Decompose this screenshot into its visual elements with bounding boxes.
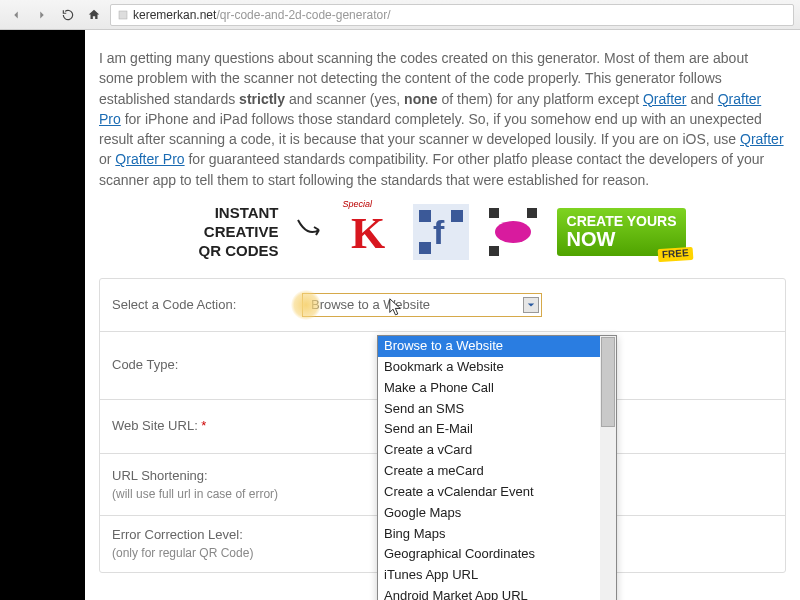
select-value: Browse to a Website (311, 296, 430, 315)
left-sidebar (0, 30, 85, 600)
label-code-type: Code Type: (112, 356, 292, 375)
chevron-down-icon[interactable] (523, 297, 539, 313)
dropdown-list: Browse to a WebsiteBookmark a WebsiteMak… (378, 336, 616, 600)
address-bar[interactable]: keremerkan.net/qr-code-and-2d-code-gener… (110, 4, 794, 26)
qrafter-link[interactable]: Qrafter (643, 91, 687, 107)
sample-qr-kiss (485, 204, 541, 260)
forward-button[interactable] (32, 5, 52, 25)
dropdown-scrollbar[interactable] (600, 336, 616, 600)
dropdown-option[interactable]: Send an E-Mail (378, 419, 600, 440)
svg-rect-4 (451, 210, 463, 222)
dropdown-option[interactable]: Browse to a Website (378, 336, 600, 357)
dropdown-option[interactable]: Bookmark a Website (378, 357, 600, 378)
label-code-action: Select a Code Action: (112, 296, 292, 315)
svg-text:K: K (351, 209, 385, 258)
svg-rect-0 (119, 11, 127, 19)
label-shortening: URL Shortening: (will use full url in ca… (112, 467, 292, 503)
row-code-action: Select a Code Action: Browse to a Websit… (100, 279, 785, 332)
dropdown-option[interactable]: Android Market App URL (378, 586, 600, 600)
home-button[interactable] (84, 5, 104, 25)
sample-qr-fb: f (413, 204, 469, 260)
dropdown-option[interactable]: Bing Maps (378, 524, 600, 545)
page-body: I am getting many questions about scanni… (0, 30, 800, 600)
scrollbar-thumb[interactable] (601, 337, 615, 427)
dropdown-option[interactable]: Create a vCard (378, 440, 600, 461)
qrafter-link-2[interactable]: Qrafter (740, 131, 784, 147)
svg-point-11 (495, 221, 531, 243)
svg-text:f: f (433, 213, 445, 251)
svg-rect-5 (419, 242, 431, 254)
svg-rect-8 (489, 208, 499, 218)
browser-toolbar: keremerkan.net/qr-code-and-2d-code-gener… (0, 0, 800, 30)
dropdown-option[interactable]: Geographical Coordinates (378, 544, 600, 565)
label-error-correction: Error Correction Level: (only for regula… (112, 526, 292, 562)
dropdown-option[interactable]: Make a Phone Call (378, 378, 600, 399)
url-path: /qr-code-and-2d-code-generator/ (216, 8, 390, 22)
svg-rect-9 (527, 208, 537, 218)
dropdown-option[interactable]: Create a vCalendar Event (378, 482, 600, 503)
dropdown-option[interactable]: Google Maps (378, 503, 600, 524)
url-host: keremerkan.net (133, 8, 216, 22)
sample-qr-k: Special K (341, 204, 397, 260)
create-now-button[interactable]: CREATE YOURS NOW FREE (557, 208, 687, 256)
dropdown-option[interactable]: Send an SMS (378, 399, 600, 420)
promo-banner: INSTANT CREATIVE QR CODES Special K f CR… (99, 204, 786, 260)
svg-rect-3 (419, 210, 431, 222)
intro-paragraph: I am getting many questions about scanni… (99, 48, 786, 190)
dropdown-option[interactable]: Create a meCard (378, 461, 600, 482)
reload-button[interactable] (58, 5, 78, 25)
svg-rect-10 (489, 246, 499, 256)
back-button[interactable] (6, 5, 26, 25)
banner-slogan: INSTANT CREATIVE QR CODES (199, 204, 279, 260)
main-content: I am getting many questions about scanni… (85, 30, 800, 600)
code-action-select[interactable]: Browse to a Website (302, 293, 542, 317)
label-url: Web Site URL: * (112, 417, 292, 436)
qrafter-pro-link-2[interactable]: Qrafter Pro (115, 151, 184, 167)
arrow-icon (295, 212, 325, 252)
dropdown-option[interactable]: iTunes App URL (378, 565, 600, 586)
code-action-dropdown[interactable]: Browse to a WebsiteBookmark a WebsiteMak… (377, 335, 617, 600)
